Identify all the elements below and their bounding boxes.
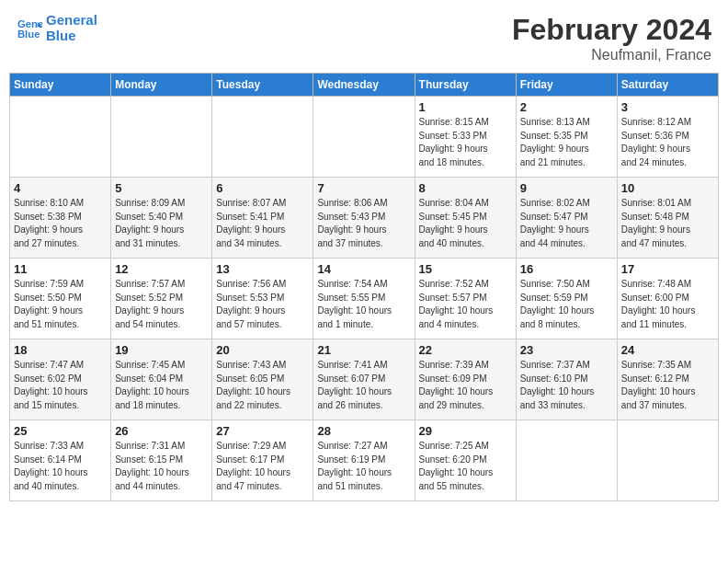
calendar-cell: 2Sunrise: 8:13 AM Sunset: 5:35 PM Daylig… [516,97,617,178]
logo-general: General [46,13,97,29]
weekday-header: Wednesday [313,74,415,97]
calendar-week-row: 1Sunrise: 8:15 AM Sunset: 5:33 PM Daylig… [10,97,719,178]
calendar-cell: 18Sunrise: 7:47 AM Sunset: 6:02 PM Dayli… [10,339,111,420]
day-number: 23 [520,343,613,357]
logo: General Blue General Blue [17,13,97,43]
calendar-cell [617,420,718,501]
cell-info: Sunrise: 7:52 AM Sunset: 5:57 PM Dayligh… [419,278,512,331]
day-number: 1 [419,100,512,114]
day-number: 25 [14,424,107,438]
day-number: 21 [317,343,410,357]
cell-info: Sunrise: 8:06 AM Sunset: 5:43 PM Dayligh… [317,197,410,250]
cell-info: Sunrise: 7:57 AM Sunset: 5:52 PM Dayligh… [115,278,208,331]
calendar-cell [212,97,313,178]
day-number: 12 [115,262,208,276]
cell-info: Sunrise: 7:33 AM Sunset: 6:14 PM Dayligh… [14,440,107,493]
calendar-cell: 25Sunrise: 7:33 AM Sunset: 6:14 PM Dayli… [10,420,111,501]
day-number: 15 [419,262,512,276]
cell-info: Sunrise: 8:15 AM Sunset: 5:33 PM Dayligh… [419,116,512,169]
cell-info: Sunrise: 7:54 AM Sunset: 5:55 PM Dayligh… [317,278,410,331]
calendar-cell: 22Sunrise: 7:39 AM Sunset: 6:09 PM Dayli… [415,339,516,420]
calendar-cell [10,97,111,178]
svg-text:Blue: Blue [17,28,40,39]
day-number: 18 [14,343,107,357]
day-number: 24 [621,343,714,357]
calendar-cell: 12Sunrise: 7:57 AM Sunset: 5:52 PM Dayli… [111,259,212,339]
calendar-cell [111,97,212,178]
day-number: 5 [115,181,208,195]
calendar-cell: 21Sunrise: 7:41 AM Sunset: 6:07 PM Dayli… [313,339,415,420]
cell-info: Sunrise: 7:48 AM Sunset: 6:00 PM Dayligh… [621,278,714,331]
calendar-cell [516,420,617,501]
day-number: 26 [115,424,208,438]
cell-info: Sunrise: 7:50 AM Sunset: 5:59 PM Dayligh… [520,278,613,331]
logo-blue: Blue [46,29,97,44]
day-number: 13 [216,262,309,276]
cell-info: Sunrise: 7:31 AM Sunset: 6:15 PM Dayligh… [115,440,208,493]
cell-info: Sunrise: 8:10 AM Sunset: 5:38 PM Dayligh… [14,197,107,250]
cell-info: Sunrise: 8:13 AM Sunset: 5:35 PM Dayligh… [520,116,613,169]
title-block: February 2024 Neufmanil, France [512,13,711,63]
day-number: 9 [520,181,613,195]
weekday-header: Sunday [10,74,111,97]
calendar-cell: 8Sunrise: 8:04 AM Sunset: 5:45 PM Daylig… [415,178,516,259]
weekday-header: Monday [111,74,212,97]
day-number: 28 [317,424,410,438]
cell-info: Sunrise: 7:47 AM Sunset: 6:02 PM Dayligh… [14,359,107,412]
cell-info: Sunrise: 8:02 AM Sunset: 5:47 PM Dayligh… [520,197,613,250]
calendar-cell: 6Sunrise: 8:07 AM Sunset: 5:41 PM Daylig… [212,178,313,259]
day-number: 11 [14,262,107,276]
day-number: 2 [520,100,613,114]
calendar-cell: 11Sunrise: 7:59 AM Sunset: 5:50 PM Dayli… [10,259,111,339]
calendar-week-row: 25Sunrise: 7:33 AM Sunset: 6:14 PM Dayli… [10,420,719,501]
day-number: 8 [419,181,512,195]
cell-info: Sunrise: 8:07 AM Sunset: 5:41 PM Dayligh… [216,197,309,250]
weekday-header: Thursday [415,74,516,97]
cell-info: Sunrise: 7:37 AM Sunset: 6:10 PM Dayligh… [520,359,613,412]
calendar-cell: 16Sunrise: 7:50 AM Sunset: 5:59 PM Dayli… [516,259,617,339]
calendar-cell: 5Sunrise: 8:09 AM Sunset: 5:40 PM Daylig… [111,178,212,259]
calendar-cell: 3Sunrise: 8:12 AM Sunset: 5:36 PM Daylig… [617,97,718,178]
header: General Blue General Blue February 2024 … [9,9,719,67]
cell-info: Sunrise: 8:09 AM Sunset: 5:40 PM Dayligh… [115,197,208,250]
day-number: 22 [419,343,512,357]
day-number: 16 [520,262,613,276]
day-number: 20 [216,343,309,357]
cell-info: Sunrise: 8:01 AM Sunset: 5:48 PM Dayligh… [621,197,714,250]
cell-info: Sunrise: 7:45 AM Sunset: 6:04 PM Dayligh… [115,359,208,412]
day-number: 3 [621,100,714,114]
calendar-cell: 9Sunrise: 8:02 AM Sunset: 5:47 PM Daylig… [516,178,617,259]
calendar-week-row: 11Sunrise: 7:59 AM Sunset: 5:50 PM Dayli… [10,259,719,339]
calendar-cell: 14Sunrise: 7:54 AM Sunset: 5:55 PM Dayli… [313,259,415,339]
calendar-cell: 28Sunrise: 7:27 AM Sunset: 6:19 PM Dayli… [313,420,415,501]
calendar-cell: 13Sunrise: 7:56 AM Sunset: 5:53 PM Dayli… [212,259,313,339]
calendar-cell: 19Sunrise: 7:45 AM Sunset: 6:04 PM Dayli… [111,339,212,420]
cell-info: Sunrise: 7:41 AM Sunset: 6:07 PM Dayligh… [317,359,410,412]
weekday-header: Tuesday [212,74,313,97]
cell-info: Sunrise: 7:27 AM Sunset: 6:19 PM Dayligh… [317,440,410,493]
weekday-header: Saturday [617,74,718,97]
weekday-header: Friday [516,74,617,97]
calendar-table: SundayMondayTuesdayWednesdayThursdayFrid… [9,73,719,501]
cell-info: Sunrise: 7:56 AM Sunset: 5:53 PM Dayligh… [216,278,309,331]
calendar-cell: 4Sunrise: 8:10 AM Sunset: 5:38 PM Daylig… [10,178,111,259]
calendar-cell: 20Sunrise: 7:43 AM Sunset: 6:05 PM Dayli… [212,339,313,420]
calendar-cell: 7Sunrise: 8:06 AM Sunset: 5:43 PM Daylig… [313,178,415,259]
day-number: 17 [621,262,714,276]
cell-info: Sunrise: 7:59 AM Sunset: 5:50 PM Dayligh… [14,278,107,331]
day-number: 14 [317,262,410,276]
calendar-cell: 10Sunrise: 8:01 AM Sunset: 5:48 PM Dayli… [617,178,718,259]
cell-info: Sunrise: 8:04 AM Sunset: 5:45 PM Dayligh… [419,197,512,250]
day-number: 7 [317,181,410,195]
calendar-week-row: 18Sunrise: 7:47 AM Sunset: 6:02 PM Dayli… [10,339,719,420]
cell-info: Sunrise: 8:12 AM Sunset: 5:36 PM Dayligh… [621,116,714,169]
calendar-cell: 17Sunrise: 7:48 AM Sunset: 6:00 PM Dayli… [617,259,718,339]
cell-info: Sunrise: 7:29 AM Sunset: 6:17 PM Dayligh… [216,440,309,493]
cell-info: Sunrise: 7:43 AM Sunset: 6:05 PM Dayligh… [216,359,309,412]
day-number: 6 [216,181,309,195]
day-number: 4 [14,181,107,195]
location-title: Neufmanil, France [512,47,711,63]
calendar-cell: 27Sunrise: 7:29 AM Sunset: 6:17 PM Dayli… [212,420,313,501]
day-number: 29 [419,424,512,438]
calendar-cell: 23Sunrise: 7:37 AM Sunset: 6:10 PM Dayli… [516,339,617,420]
